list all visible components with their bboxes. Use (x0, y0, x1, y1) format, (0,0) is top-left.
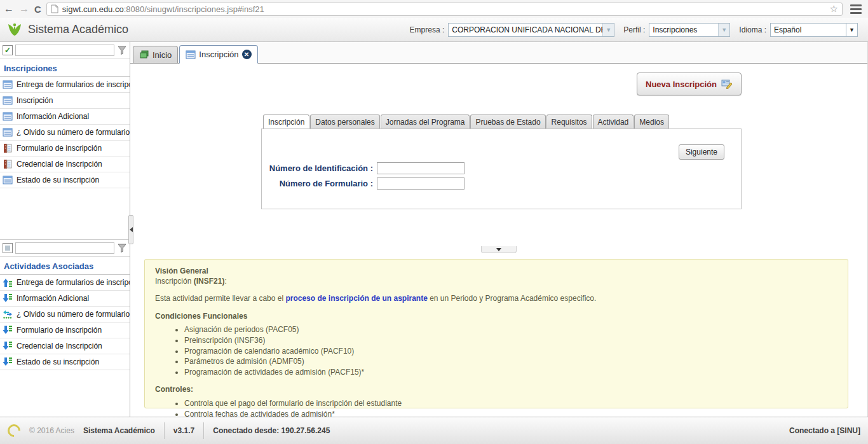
tab-inicio[interactable]: Inicio (133, 46, 178, 63)
bookmark-star-icon[interactable]: ☆ (830, 3, 838, 15)
sidebar-item-informacion-adicional[interactable]: Información Adicional (0, 109, 130, 125)
folders-icon (139, 50, 149, 60)
conditions-list: Asignación de periodos (PACF05) Preinscr… (184, 325, 837, 377)
activity-item-estado-inscripcion[interactable]: Estado de su inscripción (0, 354, 130, 370)
arrows-swap-icon (3, 309, 13, 319)
footer-divider (164, 422, 165, 439)
connected-to-text: Conectado a [SINU] (789, 426, 860, 435)
activity-item-olvido-numero[interactable]: ¿ Olvido su número de formulario (0, 307, 130, 323)
page-title: Sistema Académico (28, 23, 128, 36)
panel-collapse-handle[interactable] (481, 246, 517, 253)
empresa-label: Empresa : (410, 25, 445, 34)
condition-item: Preinscripción (INSF36) (184, 336, 837, 346)
footer-divider (203, 422, 204, 439)
activities-checkbox[interactable] (3, 243, 13, 253)
numero-formulario-input[interactable] (377, 177, 465, 190)
arrow-down-icon (3, 293, 13, 303)
arrow-down-icon (3, 357, 13, 367)
activity-item-informacion-adicional[interactable]: Información Adicional (0, 291, 130, 307)
info-title: Visión General (155, 267, 837, 277)
edit-form-icon (721, 79, 733, 89)
browser-menu-icon[interactable] (850, 4, 862, 14)
tab-inscripcion[interactable]: Inscripción ✕ (179, 45, 257, 64)
connected-from-text: Conectado desde: 190.27.56.245 (213, 426, 330, 435)
sidebar: ✓ Inscripciones Entrega de formularios d… (0, 42, 130, 417)
list-icon (3, 127, 13, 137)
subtab-jornadas-programa[interactable]: Jornadas del Programa (381, 114, 470, 128)
numero-identificacion-input[interactable] (377, 162, 465, 174)
tab-content: Nueva Inscripción Inscripción Datos pers… (130, 64, 867, 417)
sidebar-collapse-handle[interactable] (128, 215, 133, 244)
chevron-down-icon: ▼ (846, 24, 857, 36)
list-icon (3, 111, 13, 121)
subtab-inscripcion[interactable]: Inscripción (263, 114, 309, 129)
list-icon (3, 175, 13, 185)
siguiente-button[interactable]: Siguiente (679, 144, 724, 160)
footer-app-name: Sistema Académico (83, 426, 155, 435)
acies-logo-icon (5, 422, 23, 440)
chevron-down-icon: ▼ (718, 24, 729, 36)
proceso-inscripcion-link[interactable]: proceso de inscripción de un aspirante (285, 294, 427, 303)
control-item: Controla que el pago del formulario de i… (184, 399, 837, 409)
version-text: v3.1.7 (173, 426, 194, 435)
list-icon (186, 50, 196, 60)
page-icon (51, 4, 58, 13)
report-icon (3, 159, 13, 169)
menu-filter-input[interactable] (15, 45, 114, 56)
sidebar-item-credencial-inscripcion[interactable]: Credencial de Inscripción (0, 156, 130, 172)
subtab-datos-personales[interactable]: Datos personales (310, 114, 379, 128)
menu-title: Inscripciones (0, 59, 130, 77)
copyright-text: © 2016 Acies (29, 426, 74, 435)
subtab-medios[interactable]: Medios (634, 114, 669, 128)
menu-checkbox[interactable]: ✓ (3, 45, 13, 55)
info-subtitle: Inscripción (INSF21): (155, 277, 837, 287)
sidebar-item-estado-inscripcion[interactable]: Estado de su inscripción (0, 172, 130, 188)
sidebar-item-entrega-formularios[interactable]: Entrega de formularios de inscripción (0, 77, 130, 93)
activities-filter-input[interactable] (15, 242, 114, 254)
condition-item: Parámetros de admisión (ADMF05) (184, 357, 837, 367)
subtab-strip: Inscripción Datos personales Jornadas de… (263, 114, 867, 128)
footer: © 2016 Acies Sistema Académico v3.1.7 Co… (0, 417, 868, 444)
subtab-actividad[interactable]: Actividad (593, 114, 634, 128)
idioma-select[interactable]: Español ▼ (770, 23, 858, 37)
perfil-label: Perfil : (623, 25, 645, 34)
subtab-pruebas-estado[interactable]: Pruebas de Estado (470, 114, 545, 128)
forward-arrow-icon[interactable]: → (19, 4, 29, 14)
activities-title: Actividades Asociadas (0, 257, 130, 275)
condition-item: Programación de actividades de admisión … (184, 368, 837, 378)
activity-item-credencial-inscripcion[interactable]: Credencial de Inscripción (0, 338, 130, 354)
condition-item: Asignación de periodos (PACF05) (184, 325, 837, 335)
conditions-title: Condiciones Funcionales (155, 312, 837, 322)
nueva-inscripcion-button[interactable]: Nueva Inscripción (637, 73, 742, 95)
info-panel: Visión General Inscripción (INSF21): Est… (144, 259, 848, 408)
tab-strip: Inicio Inscripción ✕ (130, 42, 867, 64)
subtab-requisitos[interactable]: Requisitos (546, 114, 592, 128)
controls-list: Controla que el pago del formulario de i… (184, 399, 837, 419)
sidebar-item-inscripcion[interactable]: Inscripción (0, 93, 130, 109)
sidebar-item-olvido-numero[interactable]: ¿ Olvido su número de formulario (0, 125, 130, 141)
address-bar[interactable]: sigwt.cun.edu.co:8080/sinugwt/inscripcio… (46, 3, 843, 16)
arrow-up-icon (3, 277, 13, 288)
sidebar-menu-panel: ✓ Inscripciones Entrega de formularios d… (0, 42, 130, 239)
chevron-down-icon: ▼ (602, 24, 614, 36)
filter-icon[interactable] (117, 45, 127, 55)
list-icon (3, 80, 13, 90)
arrow-down-icon (3, 325, 13, 335)
filter-icon[interactable] (117, 243, 127, 253)
sidebar-item-formulario-inscripcion[interactable]: Formulario de inscripción (0, 141, 130, 156)
perfil-select[interactable]: Inscripciones ▼ (649, 23, 730, 37)
arrow-down-icon (3, 341, 13, 351)
condition-item: Programación de calendario académico (PA… (184, 347, 837, 357)
empresa-select[interactable]: CORPORACION UNIFICADA NACIONAL DE ▼ (448, 23, 614, 37)
controls-title: Controles: (155, 385, 837, 395)
report-icon (3, 143, 13, 153)
app-header: Sistema Académico Empresa : CORPORACION … (0, 18, 868, 42)
refresh-icon[interactable]: C (34, 4, 41, 14)
info-paragraph: Esta actividad permite llevar a cabo el … (155, 294, 837, 304)
activity-item-formulario-inscripcion[interactable]: Formulario de inscripción (0, 323, 130, 338)
numero-formulario-label: Número de Formulario : (264, 179, 373, 188)
idioma-label: Idioma : (739, 25, 766, 34)
close-icon[interactable]: ✕ (242, 50, 252, 59)
back-arrow-icon[interactable]: ← (4, 4, 14, 14)
activity-item-entrega-formularios[interactable]: Entrega de formularios de inscripción (0, 275, 130, 291)
